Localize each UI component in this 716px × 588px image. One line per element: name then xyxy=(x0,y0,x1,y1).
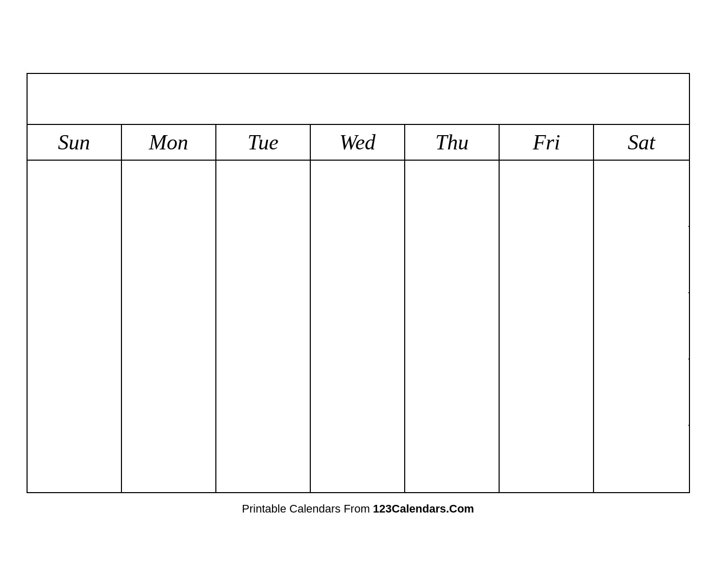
calendar-cell[interactable] xyxy=(216,293,311,360)
calendar-cell[interactable] xyxy=(594,161,688,227)
calendar-cell[interactable] xyxy=(311,293,405,360)
calendar-title-row xyxy=(28,74,689,125)
header-sat: Sat xyxy=(594,125,688,160)
header-mon: Mon xyxy=(122,125,216,160)
calendar-cell[interactable] xyxy=(28,426,122,492)
calendar-cell[interactable] xyxy=(405,161,500,227)
calendar-cell[interactable] xyxy=(122,293,216,360)
calendar-cell[interactable] xyxy=(500,293,594,360)
calendar-cell[interactable] xyxy=(405,360,500,426)
calendar-cell[interactable] xyxy=(216,360,311,426)
calendar-cell[interactable] xyxy=(405,293,500,360)
calendar-cell[interactable] xyxy=(311,360,405,426)
calendar-cell[interactable] xyxy=(122,426,216,492)
calendar-row-1 xyxy=(28,161,689,227)
header-fri: Fri xyxy=(500,125,594,160)
header-thu: Thu xyxy=(405,125,500,160)
calendar-cell[interactable] xyxy=(28,161,122,227)
footer-text: Printable Calendars From 123Calendars.Co… xyxy=(242,502,474,516)
calendar-cell[interactable] xyxy=(500,227,594,293)
calendar-cell[interactable] xyxy=(405,227,500,293)
calendar-cell[interactable] xyxy=(405,426,500,492)
calendar-cell[interactable] xyxy=(216,227,311,293)
calendar-header: Sun Mon Tue Wed Thu Fri Sat xyxy=(28,125,689,161)
calendar-cell[interactable] xyxy=(594,227,688,293)
calendar-cell[interactable] xyxy=(216,161,311,227)
calendar-cell[interactable] xyxy=(28,227,122,293)
calendar-cell[interactable] xyxy=(500,426,594,492)
calendar-body xyxy=(28,161,689,492)
calendar-cell[interactable] xyxy=(594,360,688,426)
calendar-container: Sun Mon Tue Wed Thu Fri Sat xyxy=(27,73,690,493)
footer-bold-text: 123Calendars.Com xyxy=(373,502,474,515)
calendar-cell[interactable] xyxy=(594,426,688,492)
calendar-cell[interactable] xyxy=(500,161,594,227)
calendar-row-3 xyxy=(28,293,689,360)
calendar-cell[interactable] xyxy=(216,426,311,492)
calendar-row-4 xyxy=(28,360,689,426)
page-wrapper: Sun Mon Tue Wed Thu Fri Sat xyxy=(27,63,690,526)
header-wed: Wed xyxy=(311,125,405,160)
header-sun: Sun xyxy=(28,125,122,160)
footer-normal-text: Printable Calendars From xyxy=(242,502,373,515)
calendar-cell[interactable] xyxy=(311,426,405,492)
calendar-cell[interactable] xyxy=(28,293,122,360)
calendar-cell[interactable] xyxy=(311,227,405,293)
calendar-cell[interactable] xyxy=(594,293,688,360)
calendar-cell[interactable] xyxy=(122,161,216,227)
calendar-cell[interactable] xyxy=(122,227,216,293)
calendar-row-5 xyxy=(28,426,689,492)
calendar-cell[interactable] xyxy=(122,360,216,426)
calendar-cell[interactable] xyxy=(28,360,122,426)
calendar-cell[interactable] xyxy=(500,360,594,426)
calendar-row-2 xyxy=(28,227,689,293)
calendar-cell[interactable] xyxy=(311,161,405,227)
header-tue: Tue xyxy=(216,125,311,160)
